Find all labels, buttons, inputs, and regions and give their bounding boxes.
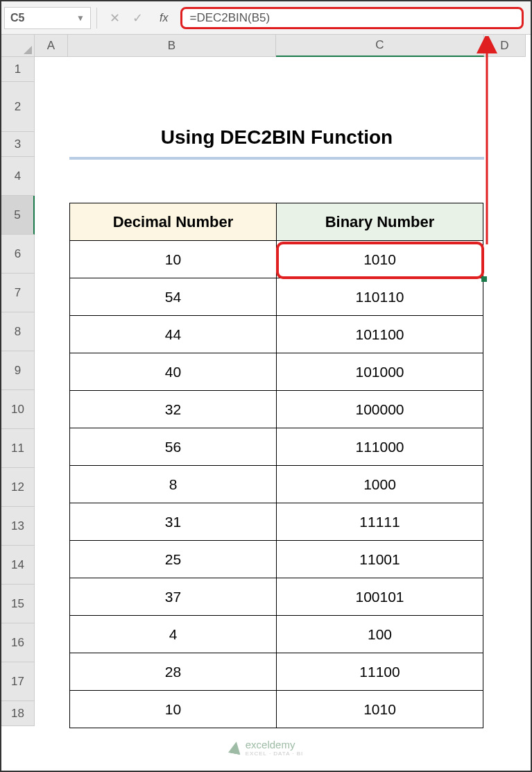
cell-dec[interactable]: 32 (70, 391, 277, 428)
formula-input[interactable]: =DEC2BIN(B5) (180, 7, 524, 29)
row-header[interactable]: 12 (1, 468, 35, 507)
table-header-row: Decimal Number Binary Number (70, 203, 483, 241)
row-header[interactable]: 10 (1, 390, 35, 429)
cell-dec[interactable]: 25 (70, 541, 277, 578)
cell-dec[interactable]: 28 (70, 653, 277, 691)
header-binary[interactable]: Binary Number (277, 203, 483, 241)
watermark-brand: exceldemy (246, 739, 295, 750)
col-header-A[interactable]: A (35, 35, 68, 57)
row-header[interactable]: 13 (1, 507, 35, 546)
cell-bin[interactable]: 100000 (277, 391, 483, 428)
cell-dec[interactable]: 8 (70, 466, 277, 503)
col-header-C[interactable]: C (276, 35, 484, 57)
row-header[interactable]: 17 (1, 662, 35, 701)
fx-icon[interactable]: fx (160, 12, 168, 24)
cell-bin[interactable]: 110110 (277, 278, 483, 316)
row-header[interactable]: 1 (1, 57, 35, 82)
cell-bin[interactable]: 100 (277, 616, 483, 653)
cell-dec[interactable]: 44 (70, 316, 277, 353)
row-header[interactable]: 15 (1, 585, 35, 623)
cell-bin[interactable]: 11100 (277, 653, 483, 691)
cell-dec[interactable]: 10 (70, 691, 277, 728)
cell-bin[interactable]: 11111 (277, 503, 483, 541)
divider (96, 8, 97, 28)
table-row: 2811100 (70, 653, 483, 691)
watermark-sub: EXCEL · DATA · BI (246, 750, 304, 757)
cell-bin[interactable]: 1010 (277, 691, 483, 728)
row-header[interactable]: 9 (1, 351, 35, 390)
data-table: Decimal Number Binary Number 101010 5411… (69, 203, 483, 728)
cell-dec[interactable]: 37 (70, 578, 277, 616)
table-row: 37100101 (70, 578, 483, 616)
table-row: 2511001 (70, 541, 483, 578)
col-header-D[interactable]: D (484, 35, 526, 57)
title-underline (69, 157, 484, 160)
row-header[interactable]: 4 (1, 157, 35, 196)
page-title: Using DEC2BIN Function (69, 126, 484, 149)
enter-icon[interactable]: ✓ (132, 10, 143, 26)
table-row: 56111000 (70, 428, 483, 466)
table-row: 4100 (70, 616, 483, 653)
row-header[interactable]: 6 (1, 235, 35, 274)
cell-dec[interactable]: 31 (70, 503, 277, 541)
cell-bin[interactable]: 101000 (277, 353, 483, 391)
chevron-down-icon[interactable]: ▼ (76, 13, 85, 23)
row-header[interactable]: 18 (1, 701, 35, 726)
cell-bin[interactable]: 1010 (277, 241, 483, 278)
table-row: 101010 (70, 241, 483, 278)
select-all-corner[interactable] (1, 35, 35, 57)
table-row: 40101000 (70, 353, 483, 391)
column-headers: A B C D (1, 35, 531, 57)
cell-dec[interactable]: 56 (70, 428, 277, 466)
row-header[interactable]: 3 (1, 132, 35, 157)
table-row: 3111111 (70, 503, 483, 541)
row-header[interactable]: 14 (1, 546, 35, 585)
table-row: 101010 (70, 691, 483, 728)
formula-bar: C5 ▼ ✕ ✓ fx =DEC2BIN(B5) (1, 1, 531, 35)
cancel-icon[interactable]: ✕ (110, 10, 120, 26)
formula-text: =DEC2BIN(B5) (189, 11, 270, 25)
cell-dec[interactable]: 10 (70, 241, 277, 278)
name-box[interactable]: C5 ▼ (4, 7, 91, 29)
cell-bin[interactable]: 111000 (277, 428, 483, 466)
table-row: 44101100 (70, 316, 483, 353)
cell-bin[interactable]: 11001 (277, 541, 483, 578)
cell-bin[interactable]: 1000 (277, 466, 483, 503)
watermark-icon (228, 741, 242, 755)
row-header[interactable]: 2 (1, 82, 35, 132)
watermark: exceldemy EXCEL · DATA · BI (229, 739, 304, 757)
row-header[interactable]: 8 (1, 312, 35, 351)
cell-dec[interactable]: 40 (70, 353, 277, 391)
row-header[interactable]: 5 (1, 196, 35, 235)
header-decimal[interactable]: Decimal Number (70, 203, 277, 241)
formula-bar-buttons: ✕ ✓ fx (103, 10, 175, 26)
cell-dec[interactable]: 4 (70, 616, 277, 653)
col-header-B[interactable]: B (68, 35, 276, 57)
selection-handle[interactable] (481, 276, 487, 282)
cell-bin[interactable]: 101100 (277, 316, 483, 353)
cell-dec[interactable]: 54 (70, 278, 277, 316)
row-header[interactable]: 11 (1, 429, 35, 468)
table-row: 32100000 (70, 391, 483, 428)
name-box-value: C5 (10, 12, 24, 24)
row-header[interactable]: 16 (1, 623, 35, 662)
table-row: 54110110 (70, 278, 483, 316)
cell-bin[interactable]: 100101 (277, 578, 483, 616)
table-row: 81000 (70, 466, 483, 503)
row-header[interactable]: 7 (1, 274, 35, 312)
